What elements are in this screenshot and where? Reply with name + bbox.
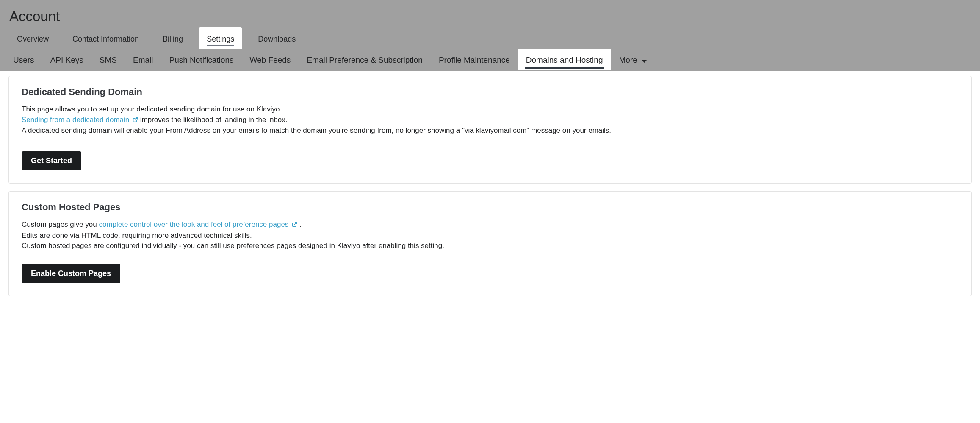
svg-line-1	[294, 223, 296, 225]
subtab-email-preference-subscription[interactable]: Email Preference & Subscription	[299, 49, 431, 70]
subtab-profile-maintenance[interactable]: Profile Maintenance	[431, 49, 518, 70]
dedicated-line1: This page allows you to set up your dedi…	[22, 104, 958, 115]
dedicated-domain-link[interactable]: Sending from a dedicated domain	[22, 116, 140, 124]
subtab-domains-and-hosting[interactable]: Domains and Hosting	[518, 49, 611, 70]
external-link-icon	[133, 115, 138, 126]
dedicated-link-text: Sending from a dedicated domain	[22, 116, 129, 124]
subtab-users[interactable]: Users	[5, 49, 42, 70]
caret-down-icon	[642, 56, 647, 65]
dedicated-card-body: This page allows you to set up your dedi…	[22, 104, 958, 136]
custom-line2: Edits are done via HTML code, requiring …	[22, 231, 958, 241]
custom-card-body: Custom pages give you complete control o…	[22, 220, 958, 251]
custom-hosted-pages-card: Custom Hosted Pages Custom pages give yo…	[8, 191, 972, 296]
custom-link-text: complete control over the look and feel …	[99, 220, 288, 228]
subtab-email[interactable]: Email	[125, 49, 161, 70]
subtab-web-feeds[interactable]: Web Feeds	[242, 49, 299, 70]
custom-line1-before: Custom pages give you	[22, 220, 99, 228]
subtab-push-notifications[interactable]: Push Notifications	[161, 49, 241, 70]
custom-pages-link[interactable]: complete control over the look and feel …	[99, 220, 299, 228]
primary-tabs: Overview Contact Information Billing Set…	[0, 27, 980, 49]
dedicated-card-title: Dedicated Sending Domain	[22, 86, 958, 97]
subtab-api-keys[interactable]: API Keys	[42, 49, 91, 70]
content-area: Dedicated Sending Domain This page allow…	[0, 71, 980, 309]
custom-line1: Custom pages give you complete control o…	[22, 220, 958, 231]
dedicated-line3: A dedicated sending domain will enable y…	[22, 125, 958, 136]
svg-line-0	[135, 117, 137, 120]
custom-line1-after: .	[299, 220, 302, 228]
dedicated-sending-domain-card: Dedicated Sending Domain This page allow…	[8, 76, 972, 184]
subtab-more[interactable]: More	[611, 49, 655, 71]
dedicated-line2-after: improves the likelihood of landing in th…	[140, 116, 288, 124]
tab-downloads[interactable]: Downloads	[250, 27, 303, 49]
get-started-button[interactable]: Get Started	[22, 151, 81, 170]
page-title: Account	[0, 0, 980, 27]
dedicated-line2: Sending from a dedicated domain improves…	[22, 115, 958, 126]
subtab-sms[interactable]: SMS	[91, 49, 125, 70]
tab-contact-information[interactable]: Contact Information	[65, 27, 147, 49]
secondary-tabs: Users API Keys SMS Email Push Notificati…	[0, 49, 980, 71]
tab-overview[interactable]: Overview	[9, 27, 56, 49]
external-link-icon	[292, 220, 297, 231]
subtab-more-label: More	[619, 56, 637, 64]
custom-card-title: Custom Hosted Pages	[22, 202, 958, 213]
tab-settings[interactable]: Settings	[199, 27, 242, 49]
tab-billing[interactable]: Billing	[155, 27, 191, 49]
custom-line3: Custom hosted pages are configured indiv…	[22, 241, 958, 251]
enable-custom-pages-button[interactable]: Enable Custom Pages	[22, 264, 120, 283]
